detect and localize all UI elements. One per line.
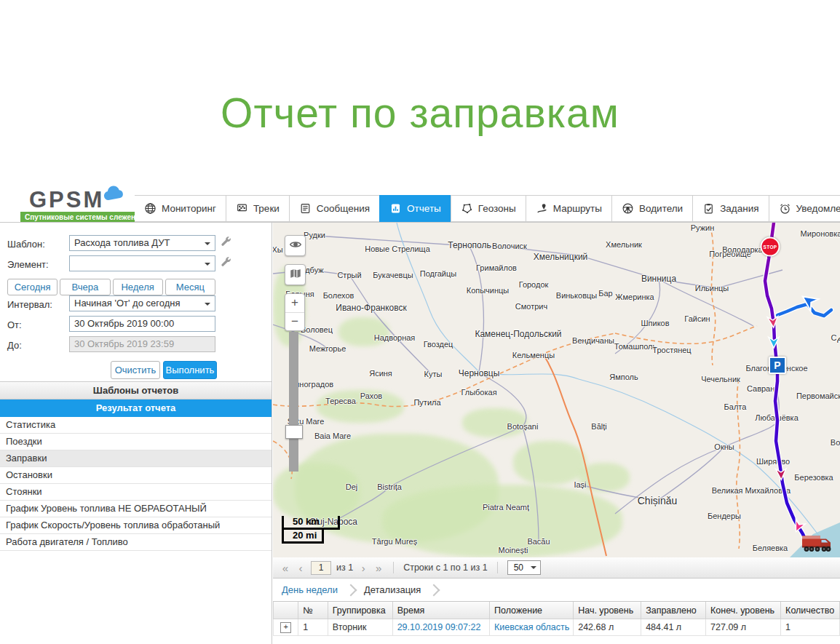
column-header[interactable]: Конеч. уровень bbox=[706, 602, 781, 619]
divider bbox=[393, 562, 394, 573]
notifications-icon bbox=[779, 202, 791, 215]
element-select[interactable] bbox=[69, 255, 215, 271]
tab-Маршруты[interactable]: Маршруты bbox=[526, 195, 612, 222]
tasks-icon bbox=[702, 202, 715, 215]
from-date-input[interactable]: 30 Октябрь 2019 00:00 bbox=[69, 316, 215, 332]
quick-button-Месяц[interactable]: Месяц bbox=[165, 279, 215, 295]
logo-text: GPSM bbox=[29, 187, 104, 213]
table-cell: 484.41 л bbox=[641, 619, 706, 636]
logo-tagline: Спутниковые системы слежения bbox=[20, 212, 148, 223]
result-table: №ГруппировкаВремяПоложениеНач. уровеньЗа… bbox=[273, 602, 840, 636]
template-settings-wrench-icon[interactable] bbox=[221, 236, 232, 248]
to-label: До: bbox=[7, 340, 22, 351]
sidebar: Шаблон: Расхода топлива ДУТ Элемент: Сег… bbox=[0, 223, 272, 644]
to-date-input[interactable]: 30 Октябрь 2019 23:59 bbox=[69, 336, 215, 352]
prev-page-button[interactable]: ‹ bbox=[296, 562, 306, 574]
quick-button-Сегодня[interactable]: Сегодня bbox=[7, 279, 58, 295]
geofence-icon bbox=[461, 202, 473, 215]
column-header[interactable] bbox=[274, 602, 298, 619]
tab-Сообщения[interactable]: Сообщения bbox=[289, 195, 380, 222]
report-section-Поездки[interactable]: Поездки bbox=[0, 434, 272, 450]
truck-icon[interactable] bbox=[801, 534, 832, 554]
chevron-right-icon bbox=[344, 584, 357, 596]
report-section-Остановки[interactable]: Остановки bbox=[0, 467, 272, 484]
clear-button[interactable]: Очистить bbox=[111, 361, 160, 379]
quick-range-buttons: СегодняВчераНеделяМесяц bbox=[7, 279, 215, 295]
report-section-Заправки[interactable]: Заправки bbox=[0, 450, 272, 467]
layer-opacity-slider[interactable] bbox=[289, 332, 298, 472]
tab-Геозоны[interactable]: Геозоны bbox=[451, 195, 526, 222]
zoom-controls: + − bbox=[285, 293, 305, 331]
cloud-icon bbox=[101, 186, 127, 204]
next-page-button[interactable]: › bbox=[358, 562, 368, 574]
parking-marker[interactable]: P bbox=[769, 357, 786, 374]
from-label: От: bbox=[7, 319, 22, 330]
tab-label: Треки bbox=[253, 203, 280, 214]
element-settings-wrench-icon[interactable] bbox=[221, 257, 232, 269]
report-section-Результат отчета[interactable]: Результат отчета bbox=[0, 399, 272, 417]
detail-tab-День недели[interactable]: День недели bbox=[282, 584, 338, 595]
table-cell-link[interactable]: 29.10.2019 09:07:22 bbox=[392, 619, 489, 636]
table-row: +1Вторник29.10.2019 09:07:22Киевская обл… bbox=[274, 619, 840, 636]
column-header[interactable]: Время bbox=[392, 602, 489, 619]
table-cell: 727.09 л bbox=[706, 619, 781, 636]
report-section-График Скорость/Уровень топлива обработаный[interactable]: График Скорость/Уровень топлива обработа… bbox=[0, 517, 272, 534]
last-page-button[interactable]: » bbox=[373, 562, 384, 574]
map-layers-button[interactable] bbox=[285, 264, 306, 285]
tab-Водители[interactable]: Водители bbox=[611, 195, 693, 222]
map-scale: 50 km 20 mi bbox=[282, 516, 340, 544]
eye-icon bbox=[289, 238, 302, 254]
tab-Треки[interactable]: Треки bbox=[226, 195, 290, 222]
rows-info-label: Строки с 1 по 1 из 1 bbox=[403, 562, 488, 573]
column-header[interactable]: Группировка bbox=[328, 602, 392, 619]
flag-icon bbox=[236, 202, 248, 215]
chevron-down-icon bbox=[531, 566, 536, 572]
tab-label: Сообщения bbox=[317, 203, 370, 214]
nav-tabs: МониторингТрекиСообщенияОтчетыГеозоныМар… bbox=[135, 195, 840, 222]
page-size-select[interactable]: 50 bbox=[507, 560, 541, 575]
element-label: Элемент: bbox=[7, 259, 49, 270]
report-section-Стоянки[interactable]: Стоянки bbox=[0, 484, 272, 501]
table-cell-link[interactable]: Киевская область bbox=[490, 619, 574, 636]
visibility-eye-button[interactable] bbox=[285, 235, 306, 256]
direction-arrow-icon bbox=[773, 466, 789, 485]
interval-select[interactable]: Начиная 'От' до сегодня bbox=[69, 295, 215, 311]
page-size-value: 50 bbox=[514, 562, 523, 573]
report-section-Работа двигателя / Топливо[interactable]: Работа двигателя / Топливо bbox=[0, 534, 272, 551]
report-section-Статистика[interactable]: Статистика bbox=[0, 417, 272, 434]
direction-arrow-icon bbox=[799, 290, 820, 315]
column-header[interactable]: Заправлено bbox=[641, 602, 706, 619]
topbar: GPSM Спутниковые системы слежения Монито… bbox=[0, 186, 840, 222]
column-header[interactable]: № bbox=[298, 602, 328, 619]
tab-Отчеты[interactable]: Отчеты bbox=[379, 195, 451, 222]
expand-plus-icon[interactable]: + bbox=[280, 622, 291, 633]
tab-label: Геозоны bbox=[478, 203, 516, 214]
quick-button-Неделя[interactable]: Неделя bbox=[113, 279, 163, 295]
template-select[interactable]: Расхода топлива ДУТ bbox=[69, 235, 215, 251]
run-button[interactable]: Выполнить bbox=[163, 361, 217, 379]
report-section-График Уровень топлива НЕ ОБРАБОТАНЫЙ[interactable]: График Уровень топлива НЕ ОБРАБОТАНЫЙ bbox=[0, 501, 272, 517]
app-window: GPSM Спутниковые системы слежения Монито… bbox=[0, 186, 840, 644]
first-page-button[interactable]: « bbox=[280, 562, 290, 574]
map[interactable]: РудкиХыНовые СтрелищаТернопольВолочискХм… bbox=[273, 223, 840, 557]
report-section-Шаблоны отчетов[interactable]: Шаблоны отчетов bbox=[0, 382, 272, 399]
column-header[interactable]: Положение bbox=[490, 602, 574, 619]
pagination-bar: « ‹ 1 из 1 › » Строки с 1 по 1 из 1 50 bbox=[273, 557, 840, 579]
table-cell: 242.68 л bbox=[574, 619, 641, 636]
stop-sign-marker[interactable]: STOP bbox=[761, 237, 780, 257]
zoom-in-button[interactable]: + bbox=[285, 294, 304, 313]
direction-arrow-icon bbox=[765, 314, 781, 333]
column-header[interactable]: Нач. уровень bbox=[574, 602, 641, 619]
quick-button-Вчера[interactable]: Вчера bbox=[60, 279, 110, 295]
column-header[interactable]: Количество bbox=[781, 602, 840, 619]
detail-tab-Детализация[interactable]: Детализация bbox=[364, 584, 421, 595]
tab-Уведомления[interactable]: Уведомления bbox=[769, 195, 840, 222]
slider-thumb[interactable] bbox=[285, 425, 303, 439]
table-cell: 1 bbox=[781, 619, 840, 636]
folded-map-icon bbox=[289, 267, 302, 283]
zoom-out-button[interactable]: − bbox=[285, 313, 304, 331]
tab-Задания[interactable]: Задания bbox=[692, 195, 769, 222]
page-number-input[interactable]: 1 bbox=[311, 561, 331, 575]
tab-Мониторинг[interactable]: Мониторинг bbox=[135, 195, 226, 222]
scale-km: 50 km bbox=[282, 516, 340, 530]
